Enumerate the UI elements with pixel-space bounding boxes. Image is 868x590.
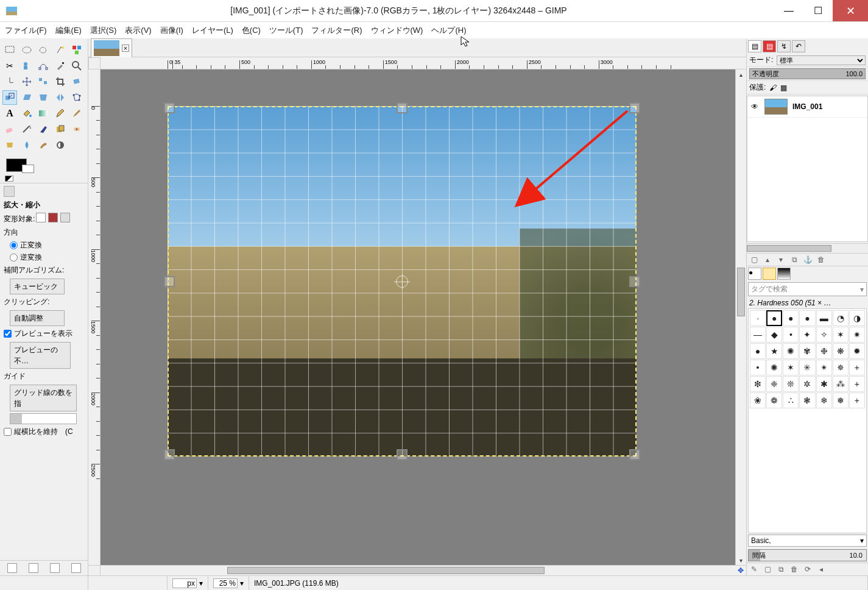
layer-name[interactable]: IMG_001 (792, 102, 822, 111)
brush-item[interactable]: · (750, 310, 766, 326)
brush-item[interactable]: • (750, 360, 766, 375)
duplicate-layer-icon[interactable]: ⧉ (789, 255, 799, 265)
brush-item[interactable]: ✦ (799, 327, 815, 343)
edit-brush-icon[interactable]: ✎ (749, 564, 759, 574)
bg-color-icon[interactable] (22, 165, 34, 173)
ruler-vertical[interactable]: 05001000150020002500 (88, 69, 101, 565)
brush-item[interactable]: ❅ (833, 393, 849, 408)
menu-view[interactable]: 表示(V) (125, 25, 151, 36)
options-tab-icon[interactable] (4, 186, 15, 197)
brush-item[interactable]: • (783, 327, 799, 343)
menu-select[interactable]: 選択(S) (90, 25, 116, 36)
menu-help[interactable]: ヘルプ(H) (431, 25, 466, 36)
direction-forward-radio[interactable] (10, 241, 18, 249)
image-tab[interactable]: × (91, 38, 132, 58)
tool-dodge-burn[interactable] (53, 138, 68, 152)
minimize-button[interactable]: — (774, 0, 803, 21)
handle-bottom[interactable] (397, 449, 408, 460)
brush-item[interactable]: ✺ (783, 343, 799, 359)
brush-item[interactable]: ❀ (750, 393, 766, 408)
canvas[interactable] (101, 69, 735, 565)
brush-item[interactable]: ✺ (766, 360, 782, 375)
tool-eraser[interactable] (2, 122, 17, 137)
brush-item[interactable]: ● (750, 343, 766, 359)
lock-alpha-icon[interactable]: ▦ (780, 84, 787, 92)
menu-image[interactable]: 画像(I) (160, 25, 183, 36)
brush-item[interactable]: ▬ (816, 310, 832, 326)
save-options-icon[interactable] (7, 563, 17, 573)
handle-right[interactable] (629, 276, 640, 287)
transform-target-layer-icon[interactable] (36, 213, 46, 222)
keep-aspect-checkbox[interactable] (4, 428, 12, 436)
brush-item[interactable]: ✷ (849, 327, 865, 343)
delete-layer-icon[interactable]: 🗑 (816, 255, 826, 265)
raise-layer-icon[interactable]: ▴ (763, 255, 772, 265)
brush-item[interactable]: ❁ (766, 393, 782, 408)
menu-edit[interactable]: 編集(E) (55, 25, 82, 36)
new-brush-icon[interactable]: ▢ (763, 564, 772, 574)
layer-row[interactable]: 👁 IMG_001 (747, 96, 867, 118)
brush-item[interactable]: ⁂ (833, 376, 849, 392)
maximize-button[interactable]: ☐ (803, 0, 833, 21)
scroll-up-icon[interactable]: ▴ (736, 69, 746, 79)
tool-smudge[interactable] (36, 138, 51, 152)
navigation-icon[interactable]: ✥ (735, 566, 746, 575)
brush-item[interactable]: ✲ (799, 376, 815, 392)
brush-tab-icon[interactable]: ● (748, 268, 761, 280)
tool-scissors[interactable]: ✂ (2, 59, 17, 73)
tool-foreground-select[interactable] (19, 59, 34, 73)
close-tab-button[interactable]: × (122, 44, 129, 52)
layers-scrollbar[interactable] (747, 243, 868, 253)
new-layer-icon[interactable]: ▢ (749, 255, 759, 265)
tool-blur[interactable] (19, 138, 34, 152)
menu-file[interactable]: ファイル(F) (5, 25, 47, 36)
handle-top-left[interactable] (164, 102, 175, 113)
tool-color-picker[interactable] (53, 59, 68, 73)
tool-color-select[interactable] (69, 43, 84, 57)
visibility-eye-icon[interactable]: 👁 (750, 102, 760, 111)
brush-menu-icon[interactable]: ◂ (816, 564, 826, 574)
anchor-layer-icon[interactable]: ⚓ (803, 255, 813, 265)
menu-filter[interactable]: フィルター(R) (311, 25, 362, 36)
brush-item[interactable]: ● (766, 310, 782, 326)
tool-crop[interactable] (53, 74, 68, 89)
brush-set-select[interactable]: Basic,▾ (748, 535, 867, 547)
opacity-slider[interactable]: 不透明度 100.0 (749, 68, 866, 79)
dropdown-icon[interactable]: ▾ (240, 579, 244, 588)
brush-item[interactable]: ❉ (816, 343, 832, 359)
gradient-tab-icon[interactable] (777, 268, 791, 280)
layers-tab-icon[interactable]: ▤ (748, 40, 761, 52)
brush-item[interactable]: + (849, 393, 865, 408)
canvas-scrollbar-vertical[interactable]: ▴ ▾ (735, 69, 746, 565)
tool-pencil[interactable] (53, 106, 68, 121)
brush-item[interactable]: ❄ (816, 393, 832, 408)
guide-count-slider[interactable] (10, 413, 77, 424)
tool-fuzzy-select[interactable] (53, 43, 68, 57)
brush-item[interactable]: ❃ (799, 393, 815, 408)
clip-select[interactable]: 自動調整 (10, 310, 65, 326)
channels-tab-icon[interactable]: ▤ (763, 40, 776, 52)
brush-item[interactable]: ✱ (816, 376, 832, 392)
brush-item[interactable]: ∴ (783, 393, 799, 408)
transform-center-icon[interactable] (396, 275, 408, 288)
scrollbar-thumb[interactable] (737, 268, 745, 316)
brush-item[interactable]: ★ (766, 343, 782, 359)
tool-paintbrush[interactable] (69, 106, 84, 121)
brush-item[interactable]: ● (783, 310, 799, 326)
handle-bottom-right[interactable] (629, 449, 640, 460)
tool-clone[interactable] (53, 122, 68, 137)
brush-item[interactable]: ✳ (799, 360, 815, 375)
brush-item[interactable]: ✧ (816, 327, 832, 343)
restore-options-icon[interactable] (29, 563, 38, 573)
brush-item[interactable]: ❋ (833, 343, 849, 359)
ruler-corner[interactable] (88, 57, 101, 69)
tool-perspective[interactable] (36, 90, 51, 105)
tool-shear[interactable] (19, 90, 34, 105)
brush-item[interactable]: ● (799, 310, 815, 326)
mode-select[interactable]: 標準 (777, 55, 866, 65)
tool-flip[interactable] (53, 90, 68, 105)
tool-airbrush[interactable] (19, 122, 34, 137)
tool-rotate[interactable] (69, 74, 84, 89)
brush-spacing-slider[interactable]: 間隔 10.0 (748, 549, 867, 561)
guides-select[interactable]: グリッド線の数を指 (10, 385, 77, 411)
